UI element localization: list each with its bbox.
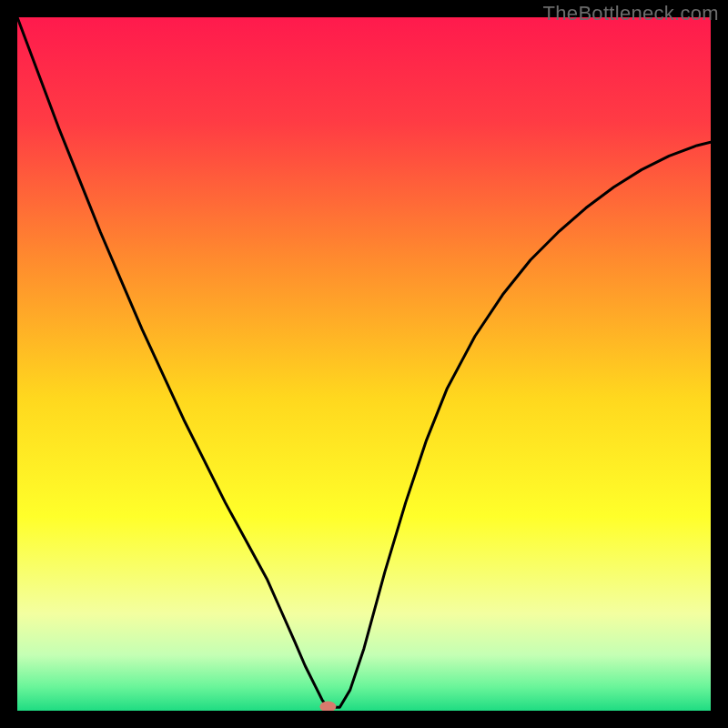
bottleneck-chart (17, 17, 711, 711)
chart-frame: TheBottleneck.com (0, 0, 728, 728)
gradient-background (17, 17, 711, 711)
chart-svg (17, 17, 711, 711)
watermark-text: TheBottleneck.com (543, 2, 719, 25)
